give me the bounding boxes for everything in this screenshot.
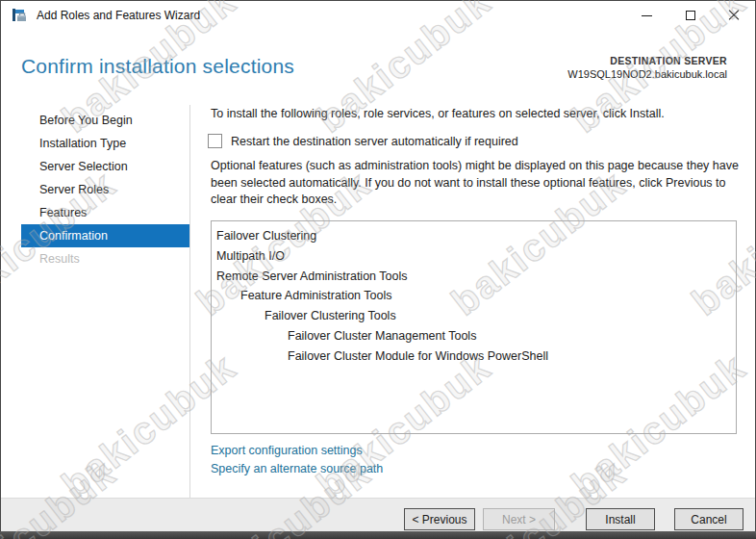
restart-checkbox[interactable] xyxy=(208,134,222,148)
list-item[interactable]: Remote Server Administration Tools xyxy=(212,267,736,287)
wizard-window: Add Roles and Features Wizard Confirm in… xyxy=(0,0,756,531)
cancel-button[interactable]: Cancel xyxy=(674,508,743,530)
list-item[interactable]: Failover Cluster Management Tools xyxy=(212,326,736,346)
sidebar-item-installation-type[interactable]: Installation Type xyxy=(21,132,189,155)
sidebar-item-server-selection[interactable]: Server Selection xyxy=(21,155,189,178)
install-button[interactable]: Install xyxy=(586,508,655,530)
next-button: Next > xyxy=(483,508,555,530)
list-item[interactable]: Multipath I/O xyxy=(212,246,736,267)
sidebar-item-server-roles[interactable]: Server Roles xyxy=(21,178,189,201)
selected-features-list[interactable]: Failover Clustering Multipath I/O Remote… xyxy=(211,220,737,434)
wizard-steps-nav: Before You Begin Installation Type Serve… xyxy=(21,109,189,270)
list-item[interactable]: Failover Cluster Module for Windows Powe… xyxy=(212,346,736,367)
sidebar-item-features[interactable]: Features xyxy=(21,201,189,224)
intro-text: To install the following roles, role ser… xyxy=(211,106,739,122)
previous-button[interactable]: < Previous xyxy=(404,508,475,530)
list-item[interactable]: Feature Administration Tools xyxy=(212,286,736,306)
screenshot-root: Add Roles and Features Wizard Confirm in… xyxy=(0,0,756,539)
optional-features-note: Optional features (such as administratio… xyxy=(211,158,739,209)
restart-checkbox-label: Restart the destination server automatic… xyxy=(231,135,518,148)
sidebar-item-results: Results xyxy=(21,247,189,270)
list-item[interactable]: Failover Clustering Tools xyxy=(212,306,736,326)
background-strip xyxy=(0,531,756,539)
sidebar-separator xyxy=(189,105,190,499)
restart-checkbox-row: Restart the destination server automatic… xyxy=(208,134,518,148)
sidebar-item-confirmation[interactable]: Confirmation xyxy=(21,224,189,247)
confirmation-page-content: To install the following roles, role ser… xyxy=(211,1,739,499)
window-title: Add Roles and Features Wizard xyxy=(37,9,200,22)
list-item[interactable]: Failover Clustering xyxy=(212,226,736,246)
sidebar-item-before-you-begin[interactable]: Before You Begin xyxy=(21,109,189,132)
export-configuration-link[interactable]: Export configuration settings xyxy=(211,444,363,457)
alternate-source-path-link[interactable]: Specify an alternate source path xyxy=(211,462,383,475)
server-manager-icon xyxy=(12,8,27,23)
wizard-footer: < Previous Next > Install Cancel xyxy=(1,498,755,531)
